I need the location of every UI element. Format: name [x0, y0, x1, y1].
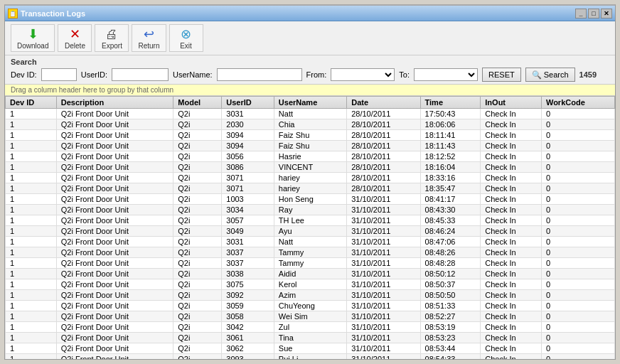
table-row[interactable]: 1Q2i Front Door UnitQ2i3034Ray31/10/2011… — [6, 205, 615, 215]
username-input[interactable] — [217, 68, 302, 81]
col-model[interactable]: Model — [173, 97, 222, 109]
table-cell: 08:41:17 — [420, 194, 481, 205]
toolbar: ⬇ Download ✕ Delete 🖨 Export ↩ Return ⊗ … — [5, 21, 615, 55]
table-row[interactable]: 1Q2i Front Door UnitQ2i3061Tina31/10/201… — [6, 333, 615, 343]
table-row[interactable]: 1Q2i Front Door UnitQ2i3093Pui Li31/10/2… — [6, 354, 615, 360]
table-cell: Q2i — [173, 109, 222, 119]
table-cell: 3037 — [222, 258, 274, 269]
col-workcode[interactable]: WorkCode — [541, 97, 614, 109]
table-row[interactable]: 1Q2i Front Door UnitQ2i3049Ayu31/10/2011… — [6, 226, 615, 237]
table-row[interactable]: 1Q2i Front Door UnitQ2i3031Natt31/10/201… — [6, 237, 615, 247]
table-cell: Check In — [481, 290, 542, 301]
table-row[interactable]: 1Q2i Front Door UnitQ2i3094Faiz Shu28/10… — [6, 141, 615, 151]
table-cell: Check In — [481, 141, 542, 151]
to-select[interactable] — [414, 68, 478, 81]
table-cell: hariey — [274, 183, 346, 194]
table-row[interactable]: 1Q2i Front Door UnitQ2i2030Chia28/10/201… — [6, 119, 615, 130]
table-cell: Wei Sim — [274, 311, 346, 322]
col-userid[interactable]: UserID — [222, 97, 274, 109]
table-row[interactable]: 1Q2i Front Door UnitQ2i3056Hasrie28/10/2… — [6, 151, 615, 162]
table-row[interactable]: 1Q2i Front Door UnitQ2i3086VINCENT28/10/… — [6, 162, 615, 173]
table-row[interactable]: 1Q2i Front Door UnitQ2i3071hariey28/10/2… — [6, 183, 615, 194]
table-cell: Q2i Front Door Unit — [56, 215, 173, 226]
col-dev-id[interactable]: Dev ID — [6, 97, 57, 109]
table-cell: 28/10/2011 — [347, 109, 420, 119]
table-row[interactable]: 1Q2i Front Door UnitQ2i3071hariey28/10/2… — [6, 173, 615, 183]
from-select[interactable] — [331, 68, 395, 81]
exit-button[interactable]: ⊗ Exit — [169, 24, 203, 52]
table-cell: Q2i Front Door Unit — [56, 237, 173, 247]
table-cell: Q2i — [173, 354, 222, 360]
table-cell: 0 — [541, 354, 614, 360]
table-cell: 0 — [541, 226, 614, 237]
table-row[interactable]: 1Q2i Front Door UnitQ2i1003Hon Seng31/10… — [6, 194, 615, 205]
table-cell: 18:11:41 — [420, 130, 481, 141]
table-cell: 28/10/2011 — [347, 141, 420, 151]
table-cell: Q2i Front Door Unit — [56, 279, 173, 290]
table-cell: Q2i — [173, 237, 222, 247]
table-cell: 31/10/2011 — [347, 205, 420, 215]
table-row[interactable]: 1Q2i Front Door UnitQ2i3094Faiz Shu28/10… — [6, 130, 615, 141]
return-icon: ↩ — [144, 26, 154, 42]
table-cell: Q2i — [173, 269, 222, 279]
table-row[interactable]: 1Q2i Front Door UnitQ2i3075Kerol31/10/20… — [6, 279, 615, 290]
table-row[interactable]: 1Q2i Front Door UnitQ2i3037Tammy31/10/20… — [6, 258, 615, 269]
export-button[interactable]: 🖨 Export — [95, 24, 129, 52]
delete-button[interactable]: ✕ Delete — [58, 24, 92, 52]
user-id-input[interactable] — [112, 68, 169, 81]
table-row[interactable]: 1Q2i Front Door UnitQ2i3057TH Lee31/10/2… — [6, 215, 615, 226]
table-cell: Q2i — [173, 194, 222, 205]
minimize-button[interactable]: _ — [575, 9, 587, 18]
drag-hint: Drag a column header here to group by th… — [5, 85, 615, 96]
col-date[interactable]: Date — [347, 97, 420, 109]
col-description[interactable]: Description — [56, 97, 173, 109]
table-cell: 08:47:06 — [420, 237, 481, 247]
table-cell: 31/10/2011 — [347, 279, 420, 290]
download-button[interactable]: ⬇ Download — [11, 24, 55, 52]
table-cell: 0 — [541, 343, 614, 354]
reset-button[interactable]: RESET — [482, 68, 521, 82]
title-bar: 📋 Transaction Logs _ □ ✕ — [5, 6, 615, 21]
table-cell: 08:53:19 — [420, 322, 481, 333]
table-row[interactable]: 1Q2i Front Door UnitQ2i3059ChuYeong31/10… — [6, 301, 615, 311]
return-button[interactable]: ↩ Return — [132, 24, 166, 52]
table-cell: 1 — [6, 354, 57, 360]
table-row[interactable]: 1Q2i Front Door UnitQ2i3038Aidid31/10/20… — [6, 269, 615, 279]
table-cell: 18:35:47 — [420, 183, 481, 194]
table-cell: 08:43:30 — [420, 205, 481, 215]
table-cell: Q2i Front Door Unit — [56, 173, 173, 183]
table-cell: 18:11:43 — [420, 141, 481, 151]
window-icon: 📋 — [8, 9, 18, 18]
table-cell: 08:54:33 — [420, 354, 481, 360]
table-cell: 3037 — [222, 247, 274, 258]
table-cell: Check In — [481, 258, 542, 269]
table-cell: Q2i Front Door Unit — [56, 343, 173, 354]
table-row[interactable]: 1Q2i Front Door UnitQ2i3058Wei Sim31/10/… — [6, 311, 615, 322]
maximize-button[interactable]: □ — [588, 9, 599, 18]
table-cell: 0 — [541, 237, 614, 247]
search-button[interactable]: 🔍 Search — [525, 68, 575, 82]
table-cell: Check In — [481, 247, 542, 258]
table-cell: Check In — [481, 183, 542, 194]
table-cell: 3094 — [222, 130, 274, 141]
table-cell: 3058 — [222, 311, 274, 322]
table-row[interactable]: 1Q2i Front Door UnitQ2i3031Natt28/10/201… — [6, 109, 615, 119]
table-row[interactable]: 1Q2i Front Door UnitQ2i3042Zul31/10/2011… — [6, 322, 615, 333]
table-row[interactable]: 1Q2i Front Door UnitQ2i3062Sue31/10/2011… — [6, 343, 615, 354]
table-cell: 31/10/2011 — [347, 301, 420, 311]
col-username[interactable]: UserName — [274, 97, 346, 109]
table-cell: Q2i — [173, 290, 222, 301]
table-cell: 0 — [541, 109, 614, 119]
close-button[interactable]: ✕ — [601, 9, 612, 18]
table-cell: Check In — [481, 205, 542, 215]
table-container[interactable]: Dev ID Description Model UserID UserName… — [5, 96, 615, 359]
export-label: Export — [102, 42, 122, 50]
col-time[interactable]: Time — [420, 97, 481, 109]
table-cell: 08:50:50 — [420, 290, 481, 301]
table-row[interactable]: 1Q2i Front Door UnitQ2i3037Tammy31/10/20… — [6, 247, 615, 258]
dev-id-input[interactable] — [41, 68, 77, 81]
table-cell: Q2i Front Door Unit — [56, 109, 173, 119]
col-inout[interactable]: InOut — [481, 97, 542, 109]
table-row[interactable]: 1Q2i Front Door UnitQ2i3092Azim31/10/201… — [6, 290, 615, 301]
table-cell: 3061 — [222, 333, 274, 343]
